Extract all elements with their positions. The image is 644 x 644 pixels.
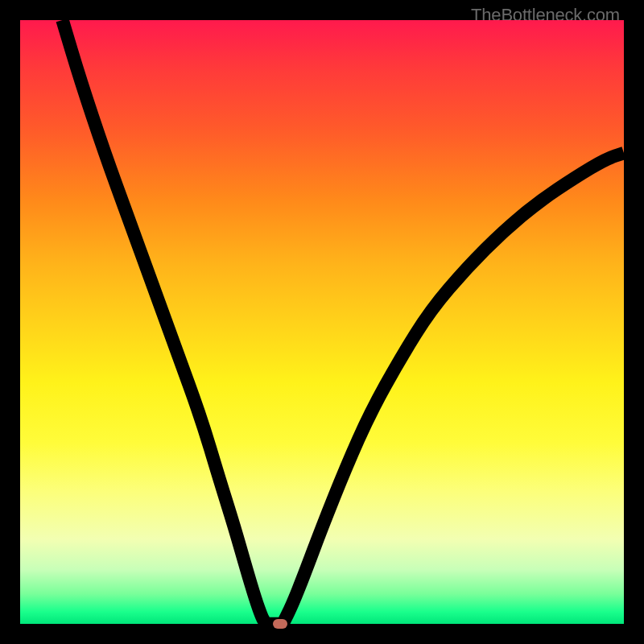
bottleneck-curve	[20, 20, 624, 624]
optimum-marker	[273, 619, 287, 629]
